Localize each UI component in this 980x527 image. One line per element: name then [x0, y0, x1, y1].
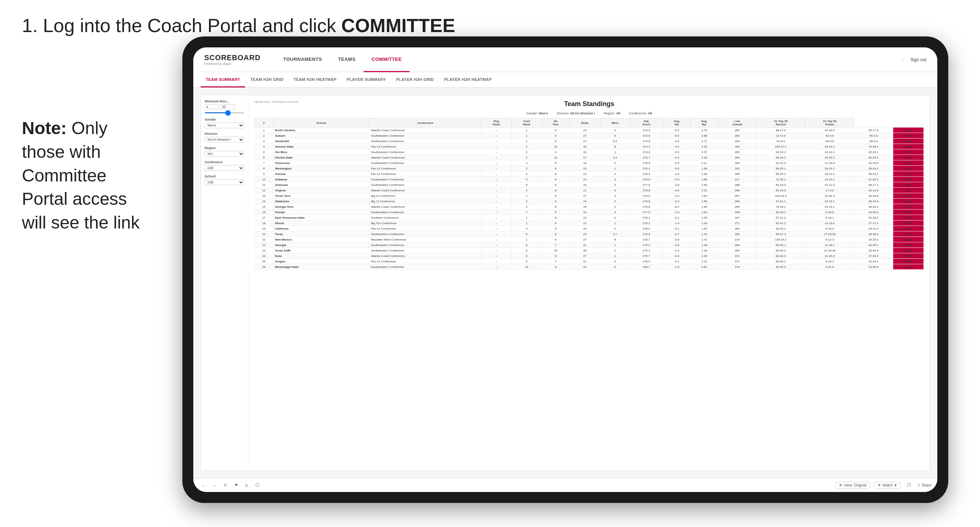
note-bold: Note:	[22, 119, 67, 138]
sign-out-button[interactable]: Sign out	[903, 57, 926, 62]
table-cell: 1.55	[690, 215, 718, 221]
table-cell: Alabama	[273, 177, 369, 182]
table-cell: 1.85	[690, 204, 718, 210]
table-cell: 2	[600, 248, 630, 253]
filter-region-select[interactable]: N/A	[205, 151, 244, 157]
table-cell: –	[481, 198, 512, 204]
table-cell: 10-30-0	[854, 264, 893, 270]
table-cell: 1.28	[690, 242, 718, 248]
table-cell: 2	[512, 138, 542, 144]
filter-conference-select[interactable]: (All)	[205, 165, 244, 171]
toolbar-info-btn[interactable]: ⓘ	[253, 481, 261, 489]
toolbar-copy-btn[interactable]: ⎘	[243, 482, 250, 489]
table-cell: 4	[255, 144, 274, 149]
toolbar-refresh-btn[interactable]: ↻	[222, 482, 229, 489]
table-row: 9ArizonaPac-12 Conference–38224276.3-4.6…	[255, 171, 924, 177]
table-cell: 13-24-1	[805, 177, 854, 182]
table-cell: 39-20-1	[854, 166, 893, 171]
table-row: 14OklahomaBig 12 Conference–24242276.9-3…	[255, 198, 924, 204]
nav-tournaments[interactable]: TOURNAMENTS	[275, 48, 330, 72]
table-cell: 1	[600, 242, 630, 248]
col-rank: #	[255, 119, 274, 127]
table-cell: 11	[255, 182, 274, 188]
table-cell: 27	[570, 237, 600, 242]
table-cell: Pac-12 Conference	[369, 171, 481, 177]
nav-teams[interactable]: TEAMS	[330, 48, 364, 72]
view-original-button[interactable]: 👁 View: Original	[835, 482, 870, 489]
table-cell: –	[481, 166, 512, 171]
table-cell: 0.97	[690, 264, 718, 270]
table-cell: 104-43-3	[756, 193, 805, 198]
filter-school-select[interactable]: (All)	[205, 179, 244, 185]
table-cell: 2.37	[690, 149, 718, 155]
col-avg-sg: Avg.SG	[663, 119, 691, 127]
table-cell: 8	[542, 226, 570, 232]
table-cell: Southeastern Conference	[369, 138, 481, 144]
table-cell: -5.2	[663, 127, 691, 133]
toolbar-back-btn[interactable]: ←	[199, 482, 207, 489]
table-cell: 29-25-3	[854, 237, 893, 242]
table-cell: Georgia	[273, 242, 369, 248]
filter-gender-select[interactable]: Men's Women's	[205, 122, 244, 128]
table-cell: 117-4-0	[756, 133, 805, 138]
filter-division-select[interactable]: NCAA Division I	[205, 137, 244, 143]
subnav-team-summary[interactable]: TEAM SUMMARY	[200, 72, 245, 87]
table-cell: 88-17-0	[756, 127, 805, 133]
table-cell: 268	[718, 182, 756, 188]
table-cell: –	[481, 226, 512, 232]
table-cell: Auburn	[273, 133, 369, 138]
toolbar-expand-btn[interactable]: ❐	[905, 482, 913, 489]
table-cell: 12	[255, 188, 274, 193]
table-cell: 87-21-2	[756, 215, 805, 221]
filter-min-input[interactable]	[205, 104, 219, 110]
table-cell: 10	[512, 264, 542, 270]
subnav-team-h2h-grid[interactable]: TEAM H2H GRID	[245, 72, 288, 87]
table-cell: 58.34	[893, 193, 923, 198]
subnav-player-h2h-heatmap[interactable]: PLAYER H2H HEATMAP	[439, 72, 497, 87]
table-cell: 2.70	[690, 127, 718, 133]
table-cell: 1.53	[690, 226, 718, 232]
table-cell: 17	[255, 215, 274, 221]
table-cell: 33-25-2	[805, 155, 854, 160]
table-cell: 63-17-0	[854, 127, 893, 133]
table-cell: 55.47	[893, 204, 923, 210]
table-cell: 273.8	[630, 138, 663, 144]
filter-rounds-slider[interactable]	[205, 112, 244, 113]
table-cell: 67.9	[893, 155, 923, 160]
table-title: Team Standings	[298, 100, 880, 108]
table-cell: 12-13-0	[805, 221, 854, 226]
meta-region: Region: All	[604, 111, 620, 115]
table-cell: 10	[542, 155, 570, 160]
table-cell: 273.5	[630, 127, 663, 133]
table-cell: 4	[600, 127, 630, 133]
toolbar-bookmark-btn[interactable]: ⚑	[232, 482, 240, 489]
table-cell: 8	[542, 138, 570, 144]
table-cell: –	[481, 149, 512, 155]
watch-button[interactable]: 👁 Watch ▼	[874, 482, 901, 489]
table-cell: Duke	[273, 253, 369, 259]
table-cell: 1.85	[690, 198, 718, 204]
table-cell: 1	[255, 127, 274, 133]
subnav-player-h2h-grid[interactable]: PLAYER H2H GRID	[391, 72, 439, 87]
toolbar-forward-btn[interactable]: →	[210, 482, 219, 489]
nav-committee[interactable]: COMMITTEE	[364, 48, 410, 72]
table-cell: –	[481, 127, 512, 133]
filter-max-input[interactable]	[220, 104, 235, 110]
table-cell: 277.0	[630, 182, 663, 188]
table-cell: 58.71	[893, 182, 923, 188]
subnav-player-summary[interactable]: PLAYER SUMMARY	[342, 72, 391, 87]
table-cell: 58.7	[893, 188, 923, 193]
table-cell: 265	[718, 160, 756, 166]
table-cell: -5.1	[663, 215, 691, 221]
table-cell: 18	[255, 221, 274, 226]
table-cell: 109-24-2	[756, 237, 805, 242]
table-cell: 60.3	[893, 171, 923, 177]
table-cell: 5	[600, 215, 630, 221]
col-reg-rank: RegRank	[481, 119, 512, 127]
table-cell: –	[481, 160, 512, 166]
subnav-team-h2h-heatmap[interactable]: TEAM H2H HEATMAP	[288, 72, 342, 87]
watch-label: Watch ▼	[883, 483, 897, 487]
table-cell: 27	[570, 155, 600, 160]
share-button[interactable]: ⇧ Share	[917, 483, 931, 487]
table-cell: 217	[718, 177, 756, 182]
